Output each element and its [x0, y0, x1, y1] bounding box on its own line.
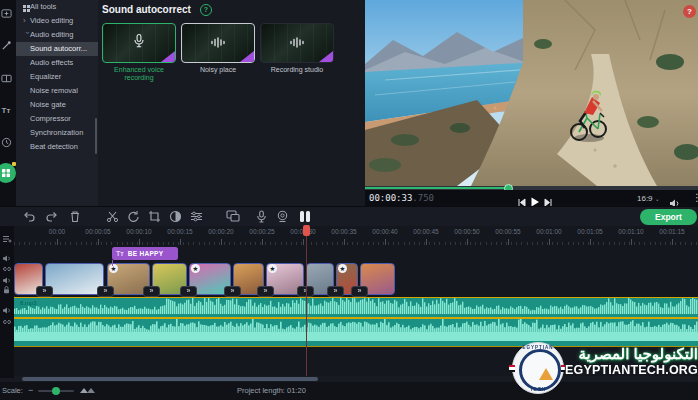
more-tools-icon[interactable]	[0, 163, 16, 183]
premium-corner-badge	[161, 51, 175, 62]
video-clip[interactable]	[45, 263, 104, 295]
redo-icon[interactable]	[45, 210, 58, 223]
expander-chevron-icon: ›	[23, 14, 30, 28]
ruler-major-tick	[98, 239, 99, 245]
project-length: Project length: 01:20	[237, 386, 306, 395]
ruler-major-tick	[549, 239, 550, 245]
expander-chevron-icon: ›	[20, 32, 34, 39]
preset-thumbnail[interactable]	[102, 23, 176, 63]
sidebar-item-beat-detection[interactable]: Beat detection	[16, 140, 98, 154]
timeline-ruler[interactable]: 00:0000:00:0500:00:1000:00:1500:00:2000:…	[14, 226, 698, 246]
ruler-major-tick	[221, 239, 222, 245]
audio-track-1[interactable]: 8.mp3	[14, 297, 698, 318]
color-adjustments-icon[interactable]	[169, 210, 182, 223]
seekbar-progress	[365, 187, 507, 189]
sidebar-item-sound-autocorr[interactable]: Sound autocorr...	[16, 42, 98, 56]
preset-card-recording-studio[interactable]: Recording studio	[260, 23, 334, 74]
transitions-icon[interactable]	[0, 68, 16, 88]
ruler-major-tick	[344, 239, 345, 245]
title-clip-connector	[112, 260, 113, 266]
timeline-zoom-slider[interactable]	[38, 390, 74, 392]
filters-wand-icon[interactable]	[0, 35, 16, 55]
ruler-timestamp: 00:00:05	[85, 228, 110, 235]
sound-autocorrect-panel: Sound autocorrect ? Enhanced voice recor…	[98, 0, 365, 206]
transition-badge[interactable]: »	[36, 286, 53, 297]
transition-badge[interactable]: »	[97, 286, 114, 297]
transition-badge[interactable]: »	[143, 286, 160, 297]
logo-ring	[519, 349, 561, 391]
playhead-handle[interactable]	[303, 225, 310, 236]
import-media-icon[interactable]	[0, 3, 16, 23]
zoom-out-icon[interactable]: −	[28, 385, 33, 395]
chevron-down-icon: ⌄	[655, 196, 660, 202]
preset-thumbnail[interactable]	[181, 23, 255, 63]
video-preview[interactable]	[365, 0, 698, 186]
delete-icon[interactable]	[69, 210, 81, 223]
sidebar-item-equalizer[interactable]: Equalizer	[16, 70, 98, 84]
preset-thumbnail[interactable]	[260, 23, 334, 63]
rotate-icon[interactable]	[127, 210, 140, 223]
ruler-major-tick	[467, 239, 468, 245]
favorite-star-badge: ★	[338, 264, 347, 273]
sidebar-item-label: Audio effects	[30, 58, 73, 67]
ruler-major-tick	[426, 239, 427, 245]
overlay-pip-icon[interactable]	[226, 210, 240, 222]
panel-help-icon[interactable]: ?	[200, 4, 212, 16]
sidebar-item-label: Equalizer	[30, 72, 61, 81]
favorite-star-badge: ★	[109, 264, 118, 273]
ruler-timestamp: 00:01:15	[659, 228, 684, 235]
transition-badge[interactable]: »	[180, 286, 197, 297]
sidebar-item-all-tools[interactable]: All tools	[16, 0, 98, 14]
sidebar-item-label: Audio editing	[30, 30, 73, 39]
ruler-major-tick	[672, 239, 673, 245]
sidebar-item-label: Beat detection	[30, 142, 78, 151]
ruler-major-tick	[180, 239, 181, 245]
grid-icon	[23, 5, 26, 8]
preview-menu-icon[interactable]: ⋮	[692, 192, 698, 203]
sidebar-item-label: All tools	[30, 2, 56, 11]
stickers-clock-icon[interactable]	[0, 132, 16, 152]
scrollbar-thumb[interactable]	[22, 377, 318, 381]
pause-bars-icon[interactable]	[300, 211, 313, 222]
audio-track-link-icon[interactable]	[3, 311, 11, 329]
preset-card-enhanced-voice-recording[interactable]: Enhanced voice recording	[102, 23, 176, 82]
sidebar-item-audio-effects[interactable]: Audio effects	[16, 56, 98, 70]
video-track-lock-icon[interactable]	[3, 280, 10, 298]
aspect-ratio-dropdown[interactable]: 16:9 ⌄	[637, 194, 660, 203]
preset-card-noisy-place[interactable]: Noisy place	[181, 23, 255, 74]
webcam-capture-icon[interactable]	[276, 210, 289, 223]
ruler-timestamp: 00:00:35	[331, 228, 356, 235]
preset-label: Noisy place	[181, 66, 255, 74]
crop-icon[interactable]	[148, 210, 161, 223]
ruler-ticks	[14, 239, 698, 245]
sidebar-item-synchronization[interactable]: Synchronization	[16, 126, 98, 140]
zoom-slider-knob[interactable]	[52, 387, 60, 395]
ruler-timestamp: 00:00:25	[249, 228, 274, 235]
split-scissors-icon[interactable]	[106, 210, 119, 223]
video-track[interactable]: »»★»»★»»★»»★»	[14, 263, 698, 296]
track-headers	[0, 226, 14, 378]
undo-icon[interactable]	[23, 210, 36, 223]
sidebar-item-noise-gate[interactable]: Noise gate	[16, 98, 98, 112]
ruler-timestamp: 00:00:55	[495, 228, 520, 235]
sidebar-scrollbar[interactable]	[95, 118, 97, 154]
record-audio-mic-icon[interactable]	[256, 210, 267, 223]
transition-badge[interactable]: »	[351, 286, 368, 297]
audio-clip-filename: 8.mp3	[20, 300, 37, 306]
sidebar-item-label: Video editing	[30, 16, 73, 25]
sidebar-item-video-editing[interactable]: ›Video editing	[16, 14, 98, 28]
sidebar-item-noise-removal[interactable]: Noise removal	[16, 84, 98, 98]
egyptiantech-logo: EGYPTIAN TECH	[512, 342, 564, 394]
sidebar-item-audio-editing[interactable]: ›Audio editing	[16, 28, 98, 42]
transition-badge[interactable]: »	[224, 286, 241, 297]
clip-properties-icon[interactable]	[190, 210, 203, 223]
watermark-arabic-text: التكنولوجيا المصرية	[562, 345, 698, 363]
transition-badge[interactable]: »	[257, 286, 274, 297]
sidebar-item-compressor[interactable]: Compressor	[16, 112, 98, 126]
export-button[interactable]: Export	[640, 209, 697, 225]
titles-icon[interactable]: Tт	[0, 100, 16, 120]
title-clip-be-happy[interactable]: Tт BE HAPPY	[112, 247, 178, 260]
preview-help-icon[interactable]: ?	[683, 5, 696, 18]
add-track-icon[interactable]	[2, 230, 12, 248]
transition-badge[interactable]: »	[327, 286, 344, 297]
